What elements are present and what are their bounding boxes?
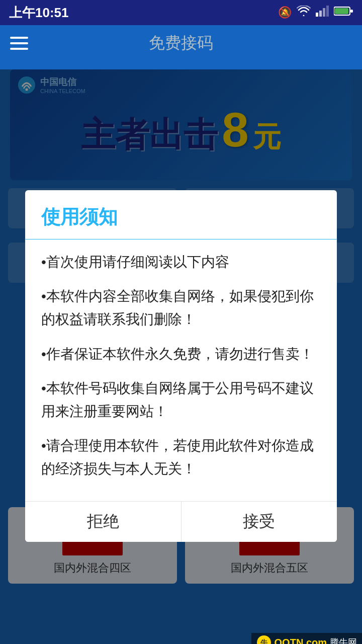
svg-rect-5 (335, 8, 348, 14)
svg-rect-2 (323, 8, 325, 17)
bell-icon: 🔕 (278, 6, 292, 19)
svg-text:牛: 牛 (260, 638, 268, 644)
dialog: 使用须知 •首次使用请仔细阅读以下内容 •本软件内容全部收集自网络，如果侵犯到你… (25, 190, 337, 542)
svg-rect-1 (319, 11, 322, 17)
watermark-logo: QQTN.com (275, 637, 327, 645)
wifi-icon (297, 6, 311, 20)
dialog-item-5: •请合理使用本软件，若使用此软件对你造成的经济损失与本人无关！ (41, 434, 321, 480)
hamburger-line-3 (10, 48, 28, 50)
nav-bar: 免费接码 (0, 25, 362, 61)
menu-button[interactable] (10, 37, 28, 50)
reject-button[interactable]: 拒绝 (25, 502, 182, 542)
status-time: 上午10:51 (9, 4, 69, 22)
dialog-item-3: •作者保证本软件永久免费，请勿进行售卖！ (41, 343, 321, 366)
page-title: 免费接码 (149, 32, 213, 54)
svg-rect-3 (326, 6, 329, 17)
qqtn-logo-icon: 牛 (256, 635, 272, 644)
signal-icon (316, 6, 329, 20)
svg-rect-0 (316, 13, 318, 17)
battery-icon (334, 6, 353, 19)
main-content: 中国电信 CHINA TELECOM 主者出击 8 元 ★ ★★ ★★ (0, 69, 362, 644)
accept-button[interactable]: 接受 (182, 502, 337, 542)
dialog-footer: 拒绝 接受 (25, 501, 337, 542)
status-icons: 🔕 (278, 6, 353, 20)
hamburger-line-2 (10, 42, 28, 44)
dialog-item-2: •本软件内容全部收集自网络，如果侵犯到你的权益请联系我们删除！ (41, 285, 321, 331)
dialog-body: •首次使用请仔细阅读以下内容 •本软件内容全部收集自网络，如果侵犯到你的权益请联… (25, 239, 337, 496)
watermark-site: 腾牛网 (330, 636, 357, 644)
dialog-title: 使用须知 (41, 206, 118, 227)
dialog-header: 使用须知 (25, 190, 337, 239)
status-bar: 上午10:51 🔕 (0, 0, 362, 25)
svg-rect-6 (350, 10, 353, 13)
hamburger-line-1 (10, 37, 28, 39)
watermark: 牛 QQTN.com 腾牛网 (251, 633, 362, 644)
dialog-item-4: •本软件号码收集自网络属于公用号码不建议用来注册重要网站！ (41, 377, 321, 423)
dialog-item-1: •首次使用请仔细阅读以下内容 (41, 251, 321, 274)
